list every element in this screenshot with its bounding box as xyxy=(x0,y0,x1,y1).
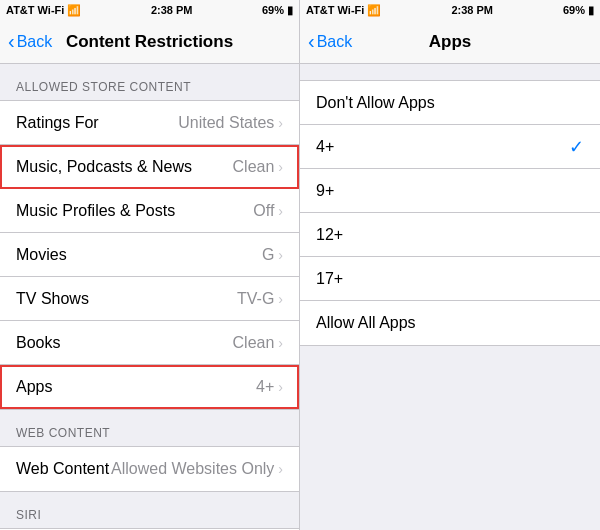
chevron-profiles: › xyxy=(278,203,283,219)
row-ratings-for[interactable]: Ratings For United States › xyxy=(0,101,299,145)
option-dont-allow[interactable]: Don't Allow Apps xyxy=(300,81,600,125)
row-movies[interactable]: Movies G › xyxy=(0,233,299,277)
row-apps[interactable]: Apps 4+ › xyxy=(0,365,299,409)
back-label-left: Back xyxy=(17,33,53,51)
option-label-0: Don't Allow Apps xyxy=(316,94,435,112)
right-screen: AT&T Wi-Fi 📶 2:38 PM 69% ▮ ‹ Back Apps D… xyxy=(300,0,600,530)
table-group-1: Web Content Allowed Websites Only › xyxy=(0,446,299,492)
row-profiles[interactable]: Music Profiles & Posts Off › xyxy=(0,189,299,233)
row-value-apps: 4+ › xyxy=(256,378,283,396)
carrier-right: AT&T Wi-Fi xyxy=(306,4,364,16)
apps-options: Don't Allow Apps 4+ ✓ 9+ 12+ 17+ Allow A… xyxy=(300,72,600,346)
option-label-3: 12+ xyxy=(316,226,343,244)
nav-title-left: Content Restrictions xyxy=(66,32,233,52)
status-right-left: 69% ▮ xyxy=(262,4,293,17)
status-left-right: AT&T Wi-Fi 📶 xyxy=(306,4,381,17)
battery-icon-left: ▮ xyxy=(287,4,293,17)
option-label-4: 17+ xyxy=(316,270,343,288)
back-button-right[interactable]: ‹ Back xyxy=(308,32,352,51)
chevron-movies: › xyxy=(278,247,283,263)
apps-table: Don't Allow Apps 4+ ✓ 9+ 12+ 17+ Allow A… xyxy=(300,80,600,346)
row-tvshows[interactable]: TV Shows TV-G › xyxy=(0,277,299,321)
row-value-music: Clean › xyxy=(233,158,283,176)
option-9plus[interactable]: 9+ xyxy=(300,169,600,213)
row-label-tvshows: TV Shows xyxy=(16,290,89,308)
row-label-books: Books xyxy=(16,334,60,352)
row-label-ratings: Ratings For xyxy=(16,114,99,132)
row-label-web: Web Content xyxy=(16,460,109,478)
time-left: 2:38 PM xyxy=(151,4,193,16)
option-label-5: Allow All Apps xyxy=(316,314,416,332)
wifi-icon-right: 📶 xyxy=(367,4,381,17)
chevron-apps: › xyxy=(278,379,283,395)
section-label-0: Allowed Store Content xyxy=(0,64,299,100)
row-label-apps: Apps xyxy=(16,378,52,396)
table-group-0: Ratings For United States › Music, Podca… xyxy=(0,100,299,410)
status-bar-right: AT&T Wi-Fi 📶 2:38 PM 69% ▮ xyxy=(300,0,600,20)
row-music[interactable]: Music, Podcasts & News Clean › xyxy=(0,145,299,189)
status-left: AT&T Wi-Fi 📶 xyxy=(6,4,81,17)
chevron-ratings: › xyxy=(278,115,283,131)
section-label-1: Web Content xyxy=(0,410,299,446)
back-label-right: Back xyxy=(317,33,353,51)
back-button-left[interactable]: ‹ Back xyxy=(8,32,52,51)
time-right: 2:38 PM xyxy=(451,4,493,16)
battery-left: 69% xyxy=(262,4,284,16)
option-allow-all[interactable]: Allow All Apps xyxy=(300,301,600,345)
option-12plus[interactable]: 12+ xyxy=(300,213,600,257)
option-17plus[interactable]: 17+ xyxy=(300,257,600,301)
left-content: Allowed Store Content Ratings For United… xyxy=(0,64,299,530)
row-web-content[interactable]: Web Content Allowed Websites Only › xyxy=(0,447,299,491)
row-value-books: Clean › xyxy=(233,334,283,352)
row-books[interactable]: Books Clean › xyxy=(0,321,299,365)
row-value-profiles: Off › xyxy=(253,202,283,220)
chevron-music: › xyxy=(278,159,283,175)
row-label-profiles: Music Profiles & Posts xyxy=(16,202,175,220)
row-value-tvshows: TV-G › xyxy=(237,290,283,308)
row-label-movies: Movies xyxy=(16,246,67,264)
status-bar-left: AT&T Wi-Fi 📶 2:38 PM 69% ▮ xyxy=(0,0,299,20)
back-chevron-left: ‹ xyxy=(8,31,15,51)
battery-right: 69% xyxy=(563,4,585,16)
row-value-web: Allowed Websites Only › xyxy=(111,460,283,478)
row-value-movies: G › xyxy=(262,246,283,264)
status-right-right: 69% ▮ xyxy=(563,4,594,17)
row-label-music: Music, Podcasts & News xyxy=(16,158,192,176)
section-label-2: Siri xyxy=(0,492,299,528)
battery-icon-right: ▮ xyxy=(588,4,594,17)
chevron-books: › xyxy=(278,335,283,351)
option-4plus[interactable]: 4+ ✓ xyxy=(300,125,600,169)
chevron-tvshows: › xyxy=(278,291,283,307)
nav-bar-right: ‹ Back Apps xyxy=(300,20,600,64)
option-label-1: 4+ xyxy=(316,138,334,156)
chevron-web: › xyxy=(278,461,283,477)
back-chevron-right: ‹ xyxy=(308,31,315,51)
carrier-left: AT&T Wi-Fi xyxy=(6,4,64,16)
row-value-ratings: United States › xyxy=(178,114,283,132)
nav-title-right: Apps xyxy=(429,32,472,52)
checkmark-4plus: ✓ xyxy=(569,136,584,158)
wifi-icon: 📶 xyxy=(67,4,81,17)
left-screen: AT&T Wi-Fi 📶 2:38 PM 69% ▮ ‹ Back Conten… xyxy=(0,0,300,530)
option-label-2: 9+ xyxy=(316,182,334,200)
nav-bar-left: ‹ Back Content Restrictions xyxy=(0,20,299,64)
